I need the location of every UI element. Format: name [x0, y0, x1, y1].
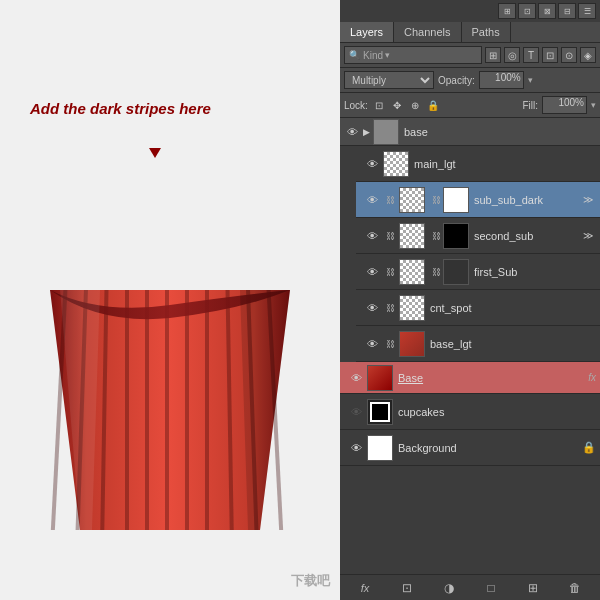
thumb-Base: [367, 365, 393, 391]
layer-name-main-lgt: main_lgt: [414, 158, 596, 170]
layer-item-main-lgt[interactable]: 👁 main_lgt: [356, 146, 600, 182]
new-adjustment-button[interactable]: ◑: [439, 578, 459, 598]
new-layer-button[interactable]: ⊞: [523, 578, 543, 598]
add-mask-button[interactable]: ⊡: [397, 578, 417, 598]
filter-toggle[interactable]: ◈: [580, 47, 596, 63]
layer-name-Base: Base: [398, 372, 584, 384]
filter-icon-1[interactable]: ⊞: [485, 47, 501, 63]
layer-item-base-lgt[interactable]: 👁 ⛓ base_lgt: [356, 326, 600, 362]
add-fx-button[interactable]: fx: [355, 578, 375, 598]
layer-name-cnt-spot: cnt_spot: [430, 302, 596, 314]
layer-name-base: base: [404, 126, 596, 138]
thumb-background: [367, 435, 393, 461]
svg-rect-4: [145, 290, 149, 530]
chain-sub-sub-dark: ⛓: [432, 195, 441, 205]
tab-channels[interactable]: Channels: [394, 22, 461, 42]
layers-panel: ⊞ ⊡ ⊠ ⊟ ☰ Layers Channels Paths 🔍 Kind ▾…: [340, 0, 600, 600]
link-icon-cnt-spot: ⛓: [383, 301, 397, 315]
thumb-main-lgt: [383, 151, 409, 177]
filter-icon-4[interactable]: ⊡: [542, 47, 558, 63]
mask-sub-sub-dark: [443, 187, 469, 213]
lock-icon-1[interactable]: ⊡: [372, 98, 387, 113]
svg-rect-3: [125, 290, 129, 530]
search-box[interactable]: 🔍 Kind ▾: [344, 46, 482, 64]
filter-row: 🔍 Kind ▾ ⊞ ◎ T ⊡ ⊙ ◈: [340, 43, 600, 68]
layer-item-first-sub[interactable]: 👁 ⛓ ⛓ first_Sub: [356, 254, 600, 290]
fill-arrow: ▾: [591, 100, 596, 110]
layer-group-base[interactable]: 👁 ▶ base: [340, 118, 600, 146]
opacity-arrow: ▾: [528, 75, 533, 85]
blend-row: Multiply Normal Screen Overlay Opacity: …: [340, 68, 600, 93]
visibility-icon-sub-sub-dark[interactable]: 👁: [364, 192, 380, 208]
visibility-icon-cnt-spot[interactable]: 👁: [364, 300, 380, 316]
visibility-icon-base[interactable]: 👁: [344, 124, 360, 140]
kind-label: Kind: [363, 50, 383, 61]
opacity-value[interactable]: 100%: [479, 71, 524, 89]
lock-label: Lock:: [344, 100, 368, 111]
thumb-cupcakes: [367, 399, 393, 425]
toolbar-icon-2[interactable]: ⊡: [518, 3, 536, 19]
watermark: 下载吧: [291, 572, 330, 590]
fill-value[interactable]: 100%: [542, 96, 587, 114]
thumb-base: [373, 119, 399, 145]
link-icon-base-lgt: ⛓: [383, 337, 397, 351]
layer-item-cnt-spot[interactable]: 👁 ⛓ cnt_spot: [356, 290, 600, 326]
fx-badge-Base: fx: [588, 372, 596, 383]
thumb-second-sub: [399, 223, 425, 249]
visibility-icon-first-sub[interactable]: 👁: [364, 264, 380, 280]
layer-item-second-sub[interactable]: 👁 ⛓ ⛓ second_sub ≫: [356, 218, 600, 254]
tab-paths[interactable]: Paths: [462, 22, 511, 42]
layer-item-background[interactable]: 👁 Background 🔒: [340, 430, 600, 466]
layer-name-first-sub: first_Sub: [474, 266, 596, 278]
extra-icon-sub-sub-dark: ≫: [580, 192, 596, 208]
bottom-toolbar: fx ⊡ ◑ □ ⊞ 🗑: [340, 574, 600, 600]
thumb-cnt-spot: [399, 295, 425, 321]
toolbar-icon-4[interactable]: ⊟: [558, 3, 576, 19]
svg-rect-5: [165, 290, 169, 530]
svg-rect-7: [205, 290, 209, 530]
lock-icon-3[interactable]: ⊕: [408, 98, 423, 113]
new-group-button[interactable]: □: [481, 578, 501, 598]
tab-layers[interactable]: Layers: [340, 22, 394, 42]
link-icon-second-sub: ⛓: [383, 229, 397, 243]
layers-list: 👁 ▶ base 👁 main_lgt 👁 ⛓ ⛓ sub_sub_dark ≫…: [340, 118, 600, 574]
layer-name-cupcakes: cupcakes: [398, 406, 596, 418]
layer-item-sub-sub-dark[interactable]: 👁 ⛓ ⛓ sub_sub_dark ≫: [356, 182, 600, 218]
thumb-first-sub: [399, 259, 425, 285]
search-icon: 🔍: [349, 50, 360, 60]
layer-name-second-sub: second_sub: [474, 230, 580, 242]
visibility-icon-background[interactable]: 👁: [348, 440, 364, 456]
layer-name-sub-sub-dark: sub_sub_dark: [474, 194, 580, 206]
blend-mode-select[interactable]: Multiply Normal Screen Overlay: [344, 71, 434, 89]
filter-icon-5[interactable]: ⊙: [561, 47, 577, 63]
layer-name-background: Background: [398, 442, 580, 454]
tabs-row: Layers Channels Paths: [340, 22, 600, 43]
lock-icon-2[interactable]: ✥: [390, 98, 405, 113]
visibility-icon-base-lgt[interactable]: 👁: [364, 336, 380, 352]
opacity-label: Opacity:: [438, 75, 475, 86]
toolbar-icon-3[interactable]: ⊠: [538, 3, 556, 19]
kind-arrow: ▾: [385, 50, 390, 60]
lock-badge-background: 🔒: [582, 441, 596, 454]
toolbar-icon-1[interactable]: ⊞: [498, 3, 516, 19]
visibility-icon-Base[interactable]: 👁: [348, 370, 364, 386]
extra-icon-second-sub: ≫: [580, 228, 596, 244]
visibility-icon-cupcakes[interactable]: 👁: [348, 404, 364, 420]
layer-item-cupcakes[interactable]: 👁 cupcakes: [340, 394, 600, 430]
link-icon-sub-sub-dark: ⛓: [383, 193, 397, 207]
filter-icon-2[interactable]: ◎: [504, 47, 520, 63]
annotation-text: Add the dark stripes here: [30, 100, 211, 117]
toolbar-icon-5[interactable]: ☰: [578, 3, 596, 19]
visibility-icon-second-sub[interactable]: 👁: [364, 228, 380, 244]
visibility-icon-main-lgt[interactable]: 👁: [364, 156, 380, 172]
mask-first-sub: [443, 259, 469, 285]
chain-first-sub: ⛓: [432, 267, 441, 277]
lock-icons: ⊡ ✥ ⊕ 🔒: [372, 98, 441, 113]
delete-layer-button[interactable]: 🗑: [565, 578, 585, 598]
layer-name-base-lgt: base_lgt: [430, 338, 596, 350]
top-toolbar: ⊞ ⊡ ⊠ ⊟ ☰: [340, 0, 600, 22]
lock-icon-4[interactable]: 🔒: [426, 98, 441, 113]
layer-item-Base[interactable]: 👁 Base fx: [340, 362, 600, 394]
filter-icon-3[interactable]: T: [523, 47, 539, 63]
chain-second-sub: ⛓: [432, 231, 441, 241]
